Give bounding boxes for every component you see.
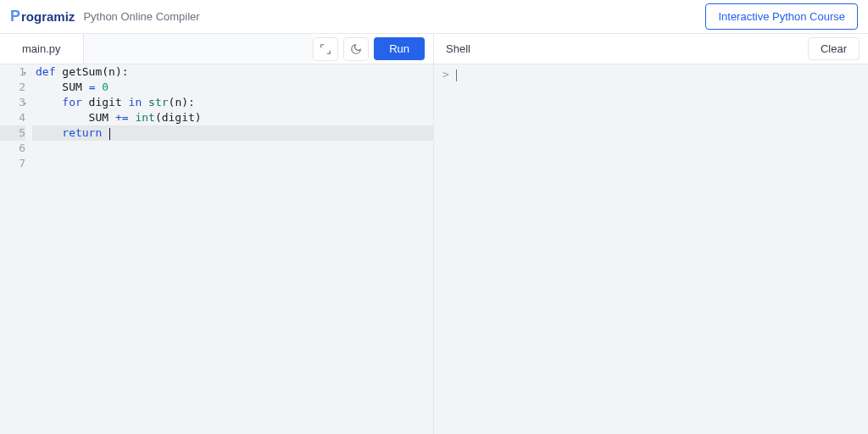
header-left: Programiz Python Online Compiler	[10, 8, 200, 25]
code-line[interactable]: SUM += int(digit)	[32, 110, 433, 125]
file-tab-main[interactable]: main.py	[0, 34, 84, 64]
shell-prompt: >	[442, 68, 449, 431]
main-area: main.py Run 1234567 def getSum(n): SUM =…	[0, 34, 868, 434]
shell-output[interactable]: >	[434, 64, 868, 434]
logo[interactable]: Programiz	[10, 8, 75, 25]
line-number: 1	[0, 64, 25, 80]
expand-icon[interactable]	[313, 37, 338, 61]
code-line[interactable]: for digit in str(n):	[32, 95, 433, 110]
app-header: Programiz Python Online Compiler Interac…	[0, 0, 868, 34]
code-line[interactable]: def getSum(n):	[32, 64, 433, 80]
line-number: 4	[0, 110, 25, 125]
editor-panel: main.py Run 1234567 def getSum(n): SUM =…	[0, 34, 434, 434]
code-line[interactable]: SUM = 0	[32, 80, 433, 95]
page-title: Python Online Compiler	[83, 10, 199, 23]
code-area[interactable]: def getSum(n): SUM = 0 for digit in str(…	[32, 64, 433, 434]
toolbar-spacer	[84, 34, 314, 64]
line-number: 2	[0, 80, 25, 95]
code-editor[interactable]: 1234567 def getSum(n): SUM = 0 for digit…	[0, 64, 433, 434]
shell-cursor	[456, 70, 457, 81]
run-button[interactable]: Run	[374, 37, 425, 60]
code-line[interactable]: return	[32, 125, 433, 141]
editor-cursor	[109, 128, 110, 140]
code-line[interactable]	[32, 156, 433, 171]
clear-button[interactable]: Clear	[808, 37, 860, 60]
logo-chevron-icon: P	[10, 8, 20, 25]
shell-label: Shell	[434, 42, 482, 55]
logo-text: rogramiz	[21, 9, 75, 24]
moon-icon[interactable]	[343, 37, 369, 61]
shell-toolbar: Shell Clear	[434, 34, 868, 64]
line-gutter: 1234567	[0, 64, 32, 434]
line-number: 5	[0, 125, 25, 141]
code-line[interactable]	[32, 141, 433, 156]
line-number: 7	[0, 156, 25, 171]
shell-panel: Shell Clear >	[434, 34, 868, 434]
line-number: 3	[0, 95, 25, 110]
interactive-course-button[interactable]: Interactive Python Course	[705, 3, 858, 30]
editor-toolbar: main.py Run	[0, 34, 433, 64]
line-number: 6	[0, 141, 25, 156]
